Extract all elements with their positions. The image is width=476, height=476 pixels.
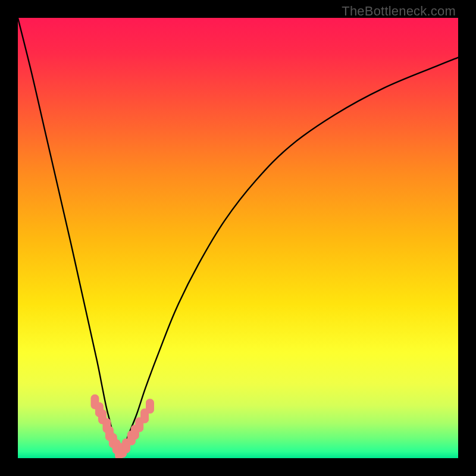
chart-frame: TheBottleneck.com bbox=[0, 0, 476, 476]
marker-points-group bbox=[91, 394, 154, 458]
plot-area bbox=[18, 18, 458, 458]
curve-overlay bbox=[18, 18, 458, 458]
bottleneck-curve bbox=[18, 18, 458, 453]
watermark-text: TheBottleneck.com bbox=[342, 4, 456, 19]
marker-point bbox=[146, 399, 154, 414]
